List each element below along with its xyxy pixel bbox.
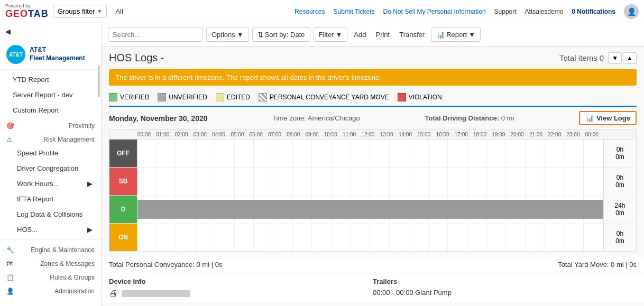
chart-time-labels: 00:0001:0002:0003:0004:0005:0006:0007:00… [137, 132, 603, 137]
groups-filter-label: Groups filter [58, 7, 95, 15]
grid-cell [312, 140, 332, 167]
hos-chart: 00:0001:0002:0003:0004:0005:0006:0007:00… [109, 129, 637, 252]
chart-row-on: ON 0h 0m [109, 224, 636, 251]
grid-cell [390, 168, 409, 195]
content-toolbar: Options ▼ ⇅ Sort by: Date Filter ▼ Add P… [102, 23, 644, 47]
chart-row-off: OFF 0h 0m [109, 140, 636, 168]
off-time: 0h 0m [603, 140, 636, 167]
grid-cell [254, 224, 273, 251]
sidebar-item-engine[interactable]: 🔧 Engine & Maintenance [0, 242, 101, 256]
legend-verified: VERIFIED [109, 93, 149, 101]
grid-cell [584, 140, 603, 167]
geo-text: GEO [5, 8, 28, 19]
sidebar-item-zones[interactable]: 🗺 Zones & Messages [0, 256, 101, 270]
admin-icon: 👤 [6, 288, 14, 295]
expand-up-button[interactable]: ▲ [623, 52, 637, 64]
time-label: 19:00 [491, 132, 510, 137]
grid-cell [448, 140, 467, 167]
sidebar-item-log-data[interactable]: Log Data & Collisions [0, 207, 101, 222]
personal-label: PERSONAL CONVEYANCE YARD MOVE [270, 94, 389, 101]
options-button[interactable]: Options ▼ [206, 27, 249, 42]
sidebar-item-administration[interactable]: 👤 Administration [0, 283, 101, 297]
grid-cell [215, 140, 235, 167]
groups-filter-button[interactable]: Groups filter ▼ [53, 5, 107, 18]
time-label: 10:00 [324, 132, 342, 137]
legend-unverified: UNVERIFIED [158, 93, 207, 101]
off-hours: 0h [617, 146, 623, 153]
on-minutes: 0m [615, 237, 624, 245]
off-minutes: 0m [615, 153, 624, 161]
d-hours: 24h [614, 202, 625, 209]
grid-cell [545, 224, 565, 251]
grid-cell [409, 168, 429, 195]
print-button[interactable]: Print [372, 28, 393, 41]
time-label: 03:00 [193, 132, 211, 137]
expand-down-button[interactable]: ▼ [608, 52, 622, 64]
sidebar-item-ytd-report[interactable]: YTD Report [0, 72, 101, 87]
personal-box [259, 93, 267, 101]
log-header: Monday, November 30, 2020 Time zone: Ame… [109, 106, 637, 129]
chevron-down-icon: ▼ [97, 8, 103, 14]
edited-box [216, 93, 224, 101]
grid-cell [235, 140, 254, 167]
grid-cell [254, 140, 273, 167]
sidebar-item-ifta-report[interactable]: IFTA Report [0, 191, 101, 207]
sidebar-item-server-report[interactable]: Server Report - dev [0, 87, 101, 103]
sidebar-item-driver-congregation[interactable]: Driver Congregation [0, 161, 101, 176]
submit-tickets-link[interactable]: Submit Tickets [333, 8, 374, 15]
legend-edited: EDITED [216, 93, 250, 101]
sidebar: ◀ AT&T AT&T Fleet Management YTD Report … [0, 23, 102, 306]
grid-cell [467, 140, 487, 167]
content-area: Options ▼ ⇅ Sort by: Date Filter ▼ Add P… [102, 23, 644, 306]
edited-label: EDITED [227, 94, 250, 101]
grid-cell [215, 168, 235, 195]
zones-icon: 🗺 [6, 260, 13, 267]
do-not-sell-link[interactable]: Do Not Sell My Personal Information [383, 8, 485, 15]
grid-cell [448, 224, 467, 251]
scrollbar[interactable] [98, 66, 100, 97]
resources-link[interactable]: Resources [295, 8, 325, 15]
add-button[interactable]: Add [351, 28, 369, 41]
report-button[interactable]: 📊 Report ▼ [431, 27, 481, 42]
sidebar-item-hos[interactable]: HOS... ▶ [0, 222, 101, 237]
search-input[interactable] [108, 27, 203, 42]
top-bar: Powered by GEOTAB Groups filter ▼ All Re… [0, 0, 644, 23]
notifications-badge[interactable]: 0 Notifications [572, 8, 615, 15]
grid-cell [584, 168, 603, 195]
violation-box [398, 93, 406, 101]
d-minutes: 0m [615, 209, 624, 217]
sb-grid [137, 168, 603, 195]
time-label: 13:00 [380, 132, 398, 137]
chevron-down-icon-3: ▼ [335, 31, 342, 39]
log-timezone: Time zone: America/Chicago [272, 114, 360, 122]
fleet-mgmt-label: AT&T Fleet Management [30, 46, 85, 62]
transfer-button[interactable]: Transfer [396, 28, 428, 41]
chart-bar-icon: 📊 [585, 114, 594, 122]
on-time: 0h 0m [603, 224, 636, 251]
sort-by-button[interactable]: ⇅ Sort by: Date [252, 27, 310, 42]
grid-cell [370, 168, 390, 195]
grid-cell [351, 224, 371, 251]
sidebar-item-risk-management[interactable]: ⚠ Risk Management [0, 132, 101, 145]
filter-button[interactable]: Filter ▼ [314, 27, 348, 42]
powered-by-geotab: Powered by GEOTAB [5, 3, 49, 20]
view-logs-button[interactable]: 📊 View Logs [579, 111, 637, 125]
grid-cell [332, 168, 351, 195]
sidebar-item-speed-profile[interactable]: Speed Profile [0, 145, 101, 161]
back-button[interactable]: ◀ [0, 23, 101, 40]
grid-cell [429, 224, 448, 251]
sidebar-item-custom-report[interactable]: Custom Report [0, 103, 101, 118]
time-label: 02:00 [174, 132, 193, 137]
sidebar-item-rules[interactable]: 📋 Rules & Groups [0, 270, 101, 283]
user-avatar[interactable]: 👤 [624, 4, 639, 19]
personal-conveyance-text: Total Personal Conveyance: 0 mi | 0s [109, 261, 222, 268]
sidebar-item-proximity[interactable]: 🎯 Proximity [0, 118, 101, 132]
sidebar-item-work-hours[interactable]: Work Hours... ▶ [0, 176, 101, 191]
distance-value: 0 mi [501, 114, 514, 122]
grid-cell [506, 168, 526, 195]
log-distance: Total Driving Distance: 0 mi [425, 114, 514, 122]
chevron-down-icon-2: ▼ [237, 31, 244, 39]
support-label: Support [494, 8, 517, 15]
timezone-alert: The driver is in a different timezone. T… [109, 69, 637, 86]
log-date: Monday, November 30, 2020 [109, 114, 207, 123]
